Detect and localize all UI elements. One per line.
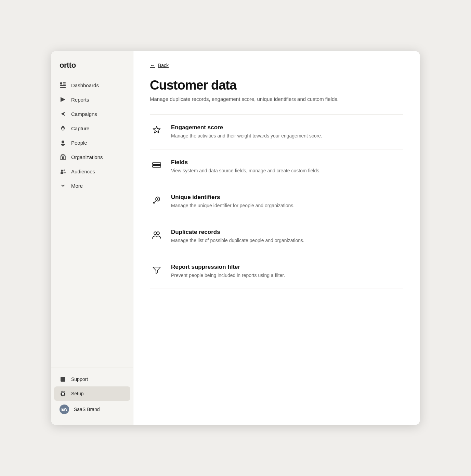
app-window: ortto Dashboards bbox=[51, 51, 420, 425]
sidebar-item-setup-label: Setup bbox=[71, 391, 84, 396]
svg-rect-19 bbox=[153, 163, 161, 164]
organizations-icon bbox=[60, 154, 66, 160]
dashboards-icon bbox=[60, 82, 66, 89]
duplicate-records-desc: Manage the list of possible duplicate pe… bbox=[171, 237, 304, 244]
setup-icon bbox=[60, 390, 66, 397]
svg-point-22 bbox=[157, 198, 158, 200]
fields-icon bbox=[150, 159, 163, 171]
unique-identifiers-title: Unique identifiers bbox=[171, 194, 295, 201]
support-icon bbox=[60, 376, 66, 383]
svg-point-14 bbox=[64, 170, 65, 171]
unique-identifiers-desc: Manage the unique identifier for people … bbox=[171, 202, 295, 209]
svg-rect-16 bbox=[61, 377, 65, 382]
sidebar-item-dashboards[interactable]: Dashboards bbox=[51, 78, 133, 92]
svg-rect-11 bbox=[62, 157, 64, 159]
sidebar-item-setup[interactable]: Setup bbox=[54, 386, 130, 401]
chevron-down-icon bbox=[60, 182, 66, 189]
sidebar-item-more-label: More bbox=[71, 183, 83, 189]
campaigns-icon bbox=[60, 110, 66, 117]
fields-content: Fields View system and data source field… bbox=[171, 159, 320, 174]
sidebar-item-capture[interactable]: Capture bbox=[51, 121, 133, 135]
sidebar-item-campaigns[interactable]: Campaigns bbox=[51, 107, 133, 121]
fields-title: Fields bbox=[171, 159, 320, 166]
page-title: Customer data bbox=[150, 78, 403, 93]
engagement-score-content: Engagement score Manage the activities a… bbox=[171, 124, 322, 140]
sidebar-item-support-label: Support bbox=[71, 376, 88, 382]
back-button[interactable]: ← Back bbox=[150, 62, 403, 68]
sidebar-item-brand[interactable]: EW SaaS Brand bbox=[51, 401, 133, 418]
app-logo: ortto bbox=[51, 51, 133, 77]
sidebar-item-reports-label: Reports bbox=[71, 97, 89, 103]
sidebar-item-audiences-label: Audiences bbox=[71, 169, 95, 174]
svg-marker-5 bbox=[61, 97, 65, 102]
duplicate-records-content: Duplicate records Manage the list of pos… bbox=[171, 229, 304, 244]
engagement-score-icon bbox=[150, 124, 163, 136]
settings-list: Engagement score Manage the activities a… bbox=[150, 114, 403, 289]
svg-rect-6 bbox=[62, 128, 64, 130]
svg-rect-2 bbox=[63, 84, 66, 84]
engagement-score-desc: Manage the activities and their weight t… bbox=[171, 132, 322, 140]
fields-desc: View system and data source fields, mana… bbox=[171, 167, 320, 174]
svg-point-18 bbox=[62, 393, 64, 395]
svg-point-8 bbox=[61, 144, 65, 146]
capture-icon bbox=[60, 125, 66, 132]
svg-point-13 bbox=[61, 172, 64, 174]
sidebar-item-capture-label: Capture bbox=[71, 125, 89, 131]
svg-point-27 bbox=[157, 232, 159, 235]
settings-item-report-suppression[interactable]: Report suppression filter Prevent people… bbox=[150, 254, 403, 289]
sidebar-item-organizations[interactable]: Organizations bbox=[51, 150, 133, 164]
svg-rect-20 bbox=[153, 166, 161, 167]
settings-item-engagement-score[interactable]: Engagement score Manage the activities a… bbox=[150, 115, 403, 149]
report-suppression-icon bbox=[150, 264, 163, 275]
audiences-icon bbox=[60, 168, 66, 175]
duplicate-records-title: Duplicate records bbox=[171, 229, 304, 236]
svg-rect-4 bbox=[60, 87, 66, 88]
back-arrow-icon: ← bbox=[150, 62, 155, 68]
sidebar-nav: Dashboards Reports Campaigns bbox=[51, 77, 133, 368]
svg-point-26 bbox=[154, 232, 157, 235]
unique-identifiers-icon bbox=[150, 194, 163, 206]
settings-item-unique-identifiers[interactable]: Unique identifiers Manage the unique ide… bbox=[150, 184, 403, 219]
report-suppression-desc: Prevent people being included in reports… bbox=[171, 272, 285, 279]
svg-line-23 bbox=[154, 201, 156, 203]
svg-point-12 bbox=[61, 170, 63, 172]
report-suppression-content: Report suppression filter Prevent people… bbox=[171, 264, 285, 279]
sidebar-item-people-label: People bbox=[71, 140, 87, 146]
svg-rect-0 bbox=[60, 82, 62, 84]
sidebar-bottom: Support Setup EW SaaS Brand bbox=[51, 368, 133, 425]
sidebar-item-campaigns-label: Campaigns bbox=[71, 111, 97, 117]
report-suppression-title: Report suppression filter bbox=[171, 264, 285, 270]
reports-icon bbox=[60, 96, 66, 103]
back-label: Back bbox=[158, 63, 169, 68]
svg-rect-3 bbox=[60, 85, 66, 86]
settings-item-fields[interactable]: Fields View system and data source field… bbox=[150, 149, 403, 184]
svg-point-7 bbox=[62, 141, 64, 143]
page-subtitle: Manage duplicate records, engagement sco… bbox=[150, 96, 403, 102]
sidebar-item-reports[interactable]: Reports bbox=[51, 92, 133, 107]
sidebar: ortto Dashboards bbox=[51, 51, 133, 425]
sidebar-item-more[interactable]: More bbox=[51, 178, 133, 193]
sidebar-item-people[interactable]: People bbox=[51, 135, 133, 150]
sidebar-item-support[interactable]: Support bbox=[51, 372, 133, 386]
avatar: EW bbox=[60, 405, 69, 414]
sidebar-item-organizations-label: Organizations bbox=[71, 154, 103, 160]
unique-identifiers-content: Unique identifiers Manage the unique ide… bbox=[171, 194, 295, 209]
svg-point-15 bbox=[64, 172, 66, 173]
engagement-score-title: Engagement score bbox=[171, 124, 322, 131]
sidebar-item-dashboards-label: Dashboards bbox=[71, 82, 99, 88]
settings-item-duplicate-records[interactable]: Duplicate records Manage the list of pos… bbox=[150, 219, 403, 254]
duplicate-records-icon bbox=[150, 229, 163, 240]
sidebar-item-brand-label: SaaS Brand bbox=[74, 407, 100, 412]
svg-rect-10 bbox=[62, 155, 64, 156]
main-content: ← Back Customer data Manage duplicate re… bbox=[133, 51, 420, 425]
sidebar-item-audiences[interactable]: Audiences bbox=[51, 164, 133, 178]
svg-rect-1 bbox=[63, 82, 66, 83]
people-icon bbox=[60, 139, 66, 146]
